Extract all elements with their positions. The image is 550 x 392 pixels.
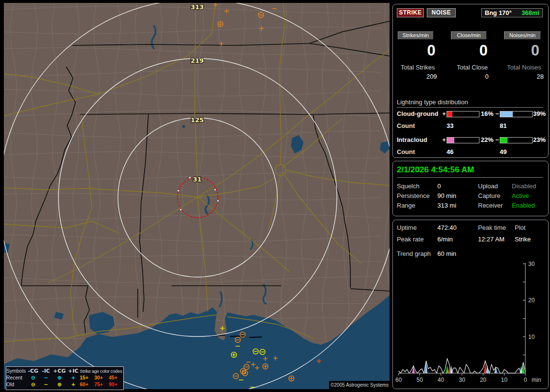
cg-negative-bar-fill	[500, 112, 513, 117]
trend-tick-labels: 1020306050403020100min	[395, 261, 541, 384]
small-lake-dot	[182, 125, 185, 128]
intracloud-label: Intracloud	[397, 136, 427, 143]
app-window: 31321912531 Symbols -CG -IC +CG +IC Stri…	[0, 0, 550, 392]
svg-text:10: 10	[528, 334, 535, 340]
total-strikes-label: Total Strikes	[401, 64, 435, 71]
svg-text:10: 10	[501, 377, 508, 383]
receiver-label: Receiver	[478, 202, 503, 209]
close-per-min-button[interactable]: Close/min	[451, 31, 487, 40]
map-legend: Symbols -CG -IC +CG +IC Strike age color…	[6, 366, 124, 390]
ic-positive-count: 46	[447, 148, 453, 155]
strikes-per-min-button[interactable]: Strikes/min	[398, 31, 434, 40]
age-75: 75+	[94, 381, 109, 387]
legend-age-header: Strike age color codes	[80, 368, 122, 374]
total-close-value: 0	[449, 73, 489, 80]
svg-text:50: 50	[417, 377, 423, 383]
age-60: 60+	[80, 381, 94, 387]
cg-negative-bar	[500, 111, 533, 117]
squelch-value: 0	[437, 182, 441, 190]
capture-status: Active	[512, 192, 529, 199]
ic-negative-count: 49	[500, 148, 507, 155]
strikes-per-min-value: 0	[397, 43, 435, 58]
trend-line	[399, 359, 525, 373]
cg-positive-pct: 16%	[481, 110, 493, 117]
range-ring-label: 31	[193, 176, 202, 183]
uptime-value: 472:40	[437, 224, 457, 231]
map-canvas[interactable]: 31321912531	[4, 3, 390, 389]
svg-text:60: 60	[395, 377, 402, 383]
circle-minus-icon: ⊖	[27, 375, 40, 381]
circle-minus-icon: ⊖	[27, 381, 40, 388]
trend-x-unit: min	[532, 377, 541, 383]
circle-plus-icon: ⊕	[52, 381, 67, 388]
upload-status: Disabled	[512, 182, 536, 190]
noise-mode-button[interactable]: NOISE	[427, 8, 456, 17]
trend-axes	[399, 263, 525, 376]
plus-sign: +	[442, 110, 446, 117]
peak-rate-label: Peak rate	[397, 236, 424, 243]
minus-sign: −	[495, 136, 499, 143]
ic-positive-bar-fill	[447, 138, 454, 143]
cg-positive-bar-fill	[447, 112, 452, 117]
age-90: 90+	[109, 381, 122, 387]
plus-sign: +	[442, 136, 446, 143]
upload-label: Upload	[478, 182, 498, 190]
svg-text:20: 20	[528, 297, 535, 304]
age-15: 15+	[80, 375, 94, 380]
persistence-value: 90 min	[437, 192, 456, 199]
range-ring-label: 219	[190, 57, 203, 64]
cg-positive-bar	[447, 111, 479, 117]
legend-col-neg-ic: -IC	[40, 368, 52, 374]
lightning-map[interactable]: 31321912531	[4, 3, 390, 389]
ic-positive-pct: 22%	[481, 136, 493, 143]
capture-label: Capture	[478, 192, 500, 199]
svg-text:40: 40	[438, 377, 445, 383]
range-label: Range	[397, 202, 415, 209]
circle-plus-icon: ⊕	[52, 375, 67, 381]
close-per-min-value: 0	[449, 43, 488, 58]
minus-sign: −	[495, 110, 499, 117]
plot-label: Plot	[515, 224, 525, 231]
legend-col-pos-cg: +CG	[52, 368, 67, 374]
total-strikes-value: 209	[397, 73, 437, 80]
legend-symbols-header: Symbols	[6, 368, 27, 374]
status-panel: 2/1/2026 4:54:56 AM Squelch 0 Upload Dis…	[392, 161, 549, 216]
bearing-label: Bng 170°	[485, 9, 512, 17]
cg-negative-count: 81	[500, 122, 507, 129]
ic-negative-bar-fill	[500, 138, 507, 143]
trend-panel: Uptime 472:40 Peak time Plot Peak rate 6…	[392, 220, 549, 389]
ic-negative-bar	[500, 137, 533, 143]
peak-time-label: Peak time	[478, 224, 506, 231]
legend-col-neg-cg: -CG	[27, 368, 40, 374]
strike-mode-button[interactable]: STRIKE	[397, 8, 424, 17]
svg-text:30: 30	[459, 377, 465, 383]
age-45: 45+	[109, 375, 122, 380]
cg-count-label: Count	[397, 122, 415, 129]
noises-per-min-button[interactable]: Noises/min	[504, 31, 541, 40]
squelch-label: Squelch	[397, 182, 420, 190]
total-close-label: Total Close	[457, 64, 488, 71]
cg-positive-count: 33	[447, 122, 453, 129]
trend-graph: 1020306050403020100min	[393, 260, 547, 388]
svg-text:30: 30	[528, 261, 535, 267]
peak-time-value: 12:27 AM	[478, 236, 505, 243]
stats-panel: STRIKE NOISE Bng 170° 368mi Strikes/min …	[392, 4, 549, 158]
minus-icon: −	[40, 381, 52, 388]
range-value: 313 mi	[437, 202, 456, 209]
copyright-text: ©2005 Astrogenic Systems	[329, 381, 390, 389]
range-ring-label: 125	[190, 116, 203, 124]
svg-text:20: 20	[480, 377, 487, 383]
receiver-status: Enabled	[512, 202, 535, 209]
plot-mode-value: Strike	[515, 236, 531, 243]
ic-negative-pct: 23%	[533, 136, 546, 143]
age-30: 30+	[94, 375, 109, 380]
bearing-readout: Bng 170° 368mi	[481, 8, 543, 17]
persistence-label: Persistence	[397, 192, 430, 199]
noises-per-min-value: 0	[501, 43, 539, 58]
legend-col-pos-ic: +IC	[67, 368, 80, 374]
total-noises-label: Total Noises	[507, 64, 541, 71]
plus-icon: +	[67, 375, 80, 381]
ic-positive-bar	[447, 137, 479, 143]
distribution-title: Lightning type distribution	[397, 98, 543, 108]
bearing-distance: 368mi	[521, 9, 539, 17]
